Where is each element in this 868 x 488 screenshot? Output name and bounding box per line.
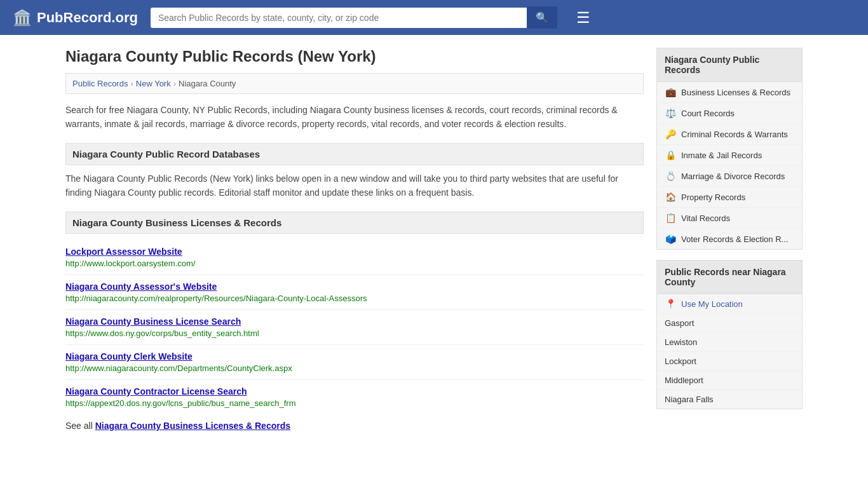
hamburger-menu[interactable]: ☰ <box>576 9 590 27</box>
record-title-1[interactable]: Lockport Assessor Website <box>65 247 644 257</box>
sidebar-item-court[interactable]: ⚖️ Court Records <box>657 103 802 124</box>
logo-text: PubRecord.org <box>37 10 138 26</box>
sidebar-near-middleport[interactable]: Middleport <box>657 371 802 390</box>
sidebar-business-link[interactable]: Business Licenses & Records <box>681 88 790 97</box>
breadcrumb: Public Records › New York › Niagara Coun… <box>65 73 644 94</box>
record-url-2[interactable]: http://niagaracounty.com/realproperty/Re… <box>65 294 644 303</box>
search-button[interactable]: 🔍 <box>527 6 557 29</box>
record-title-5[interactable]: Niagara County Contractor License Search <box>65 386 644 396</box>
home-icon: 🏠 <box>665 192 676 202</box>
main-content: Niagara County Public Records (New York)… <box>65 48 644 431</box>
breadcrumb-current: Niagara County <box>179 79 236 88</box>
business-section-header: Niagara County Business Licenses & Recor… <box>65 212 644 234</box>
record-url-1[interactable]: http://www.lockport.oarsystem.com/ <box>65 259 644 268</box>
ballot-icon: 🗳️ <box>665 234 676 244</box>
search-input[interactable] <box>151 8 527 28</box>
niagarafalls-link[interactable]: Niagara Falls <box>665 395 714 404</box>
record-url-3[interactable]: https://www.dos.ny.gov/corps/bus_entity_… <box>65 329 644 338</box>
location-pin-icon: 📍 <box>665 299 676 309</box>
sidebar-item-property[interactable]: 🏠 Property Records <box>657 187 802 208</box>
sidebar-records-section: Niagara County Public Records 💼 Business… <box>656 48 803 250</box>
sidebar-near-lewiston[interactable]: Lewiston <box>657 333 802 352</box>
record-title-2[interactable]: Niagara County Assessor's Website <box>65 281 644 292</box>
sidebar: Niagara County Public Records 💼 Business… <box>656 48 803 431</box>
sidebar-item-criminal[interactable]: 🔑 Criminal Records & Warrants <box>657 124 802 145</box>
record-url-5[interactable]: https://appext20.dos.ny.gov/lcns_public/… <box>65 398 644 408</box>
sidebar-voter-link[interactable]: Voter Records & Election R... <box>681 234 788 244</box>
sidebar-inmate-link[interactable]: Inmate & Jail Records <box>681 151 762 160</box>
site-logo[interactable]: 🏛️ PubRecord.org <box>13 9 138 27</box>
rings-icon: 💍 <box>665 171 676 181</box>
lockport-link[interactable]: Lockport <box>665 356 696 366</box>
sidebar-item-inmate[interactable]: 🔒 Inmate & Jail Records <box>657 145 802 166</box>
middleport-link[interactable]: Middleport <box>665 376 703 385</box>
record-title-4[interactable]: Niagara County Clerk Website <box>65 351 644 362</box>
breadcrumb-sep-1: › <box>130 79 133 88</box>
record-title-3[interactable]: Niagara County Business License Search <box>65 316 644 327</box>
see-all-link[interactable]: Niagara County Business Licenses & Recor… <box>95 421 290 431</box>
databases-section-header: Niagara County Public Record Databases <box>65 143 644 165</box>
sidebar-near-location[interactable]: 📍 Use My Location <box>657 294 802 314</box>
lewiston-link[interactable]: Lewiston <box>665 337 697 347</box>
breadcrumb-new-york[interactable]: New York <box>136 79 171 88</box>
record-item-4: Niagara County Clerk Website http://www.… <box>65 345 644 380</box>
sidebar-item-voter[interactable]: 🗳️ Voter Records & Election R... <box>657 229 802 249</box>
sidebar-vital-link[interactable]: Vital Records <box>681 214 730 223</box>
record-item-1: Lockport Assessor Website http://www.loc… <box>65 240 644 275</box>
breadcrumb-public-records[interactable]: Public Records <box>72 79 128 88</box>
see-all-section: See all Niagara County Business Licenses… <box>65 421 644 431</box>
sidebar-marriage-link[interactable]: Marriage & Divorce Records <box>681 172 785 181</box>
sidebar-near-lockport[interactable]: Lockport <box>657 352 802 371</box>
sidebar-item-vital[interactable]: 📋 Vital Records <box>657 208 802 229</box>
sidebar-near-gasport[interactable]: Gasport <box>657 314 802 333</box>
use-location-label: Use My Location <box>681 299 743 309</box>
logo-icon: 🏛️ <box>13 9 32 27</box>
sidebar-near-section: Public Records near Niagara County 📍 Use… <box>656 260 803 409</box>
records-list: Lockport Assessor Website http://www.loc… <box>65 240 644 414</box>
site-header: 🏛️ PubRecord.org 🔍 ☰ <box>0 0 868 35</box>
sidebar-court-link[interactable]: Court Records <box>681 109 735 118</box>
page-title: Niagara County Public Records (New York) <box>65 48 644 65</box>
key-icon: 🔑 <box>665 129 676 139</box>
gasport-link[interactable]: Gasport <box>665 318 694 328</box>
sidebar-item-marriage[interactable]: 💍 Marriage & Divorce Records <box>657 166 802 187</box>
search-bar: 🔍 <box>151 6 557 29</box>
see-all-label: See all <box>65 421 95 431</box>
sidebar-item-business[interactable]: 💼 Business Licenses & Records <box>657 82 802 103</box>
record-item-2: Niagara County Assessor's Website http:/… <box>65 275 644 310</box>
sidebar-property-link[interactable]: Property Records <box>681 193 745 202</box>
page-description: Search for free Niagara County, NY Publi… <box>65 103 644 132</box>
record-url-4[interactable]: http://www.niagaracounty.com/Departments… <box>65 363 644 373</box>
breadcrumb-sep-2: › <box>173 79 176 88</box>
databases-section-body: The Niagara County Public Records (New Y… <box>65 172 644 200</box>
sidebar-near-title: Public Records near Niagara County <box>657 261 802 294</box>
clipboard-icon: 📋 <box>665 213 676 223</box>
record-item-5: Niagara County Contractor License Search… <box>65 380 644 414</box>
sidebar-records-title: Niagara County Public Records <box>657 48 802 82</box>
sidebar-near-niagarafalls[interactable]: Niagara Falls <box>657 390 802 409</box>
sidebar-criminal-link[interactable]: Criminal Records & Warrants <box>681 130 788 139</box>
scales-icon: ⚖️ <box>665 108 676 118</box>
record-item-3: Niagara County Business License Search h… <box>65 310 644 345</box>
lock-icon: 🔒 <box>665 150 676 160</box>
briefcase-icon: 💼 <box>665 87 676 97</box>
